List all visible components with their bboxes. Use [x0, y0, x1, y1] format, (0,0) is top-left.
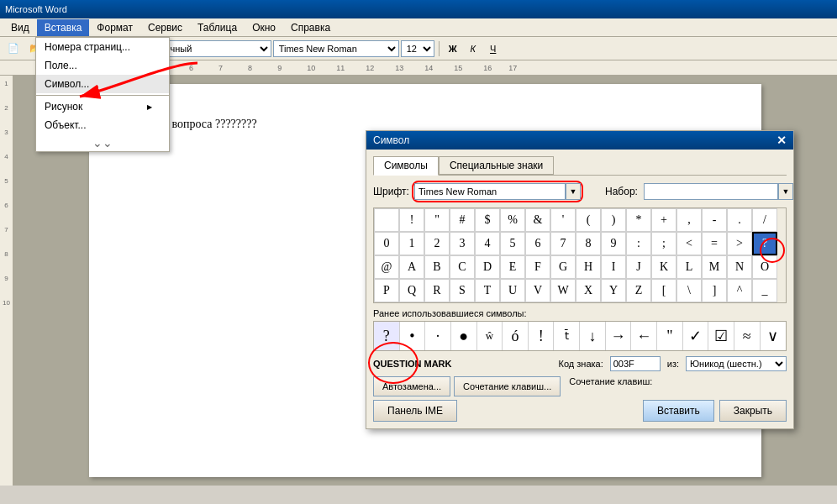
sym-L[interactable]: L [676, 255, 702, 279]
sym-gt[interactable]: > [727, 232, 752, 255]
sym-B[interactable]: B [424, 255, 450, 279]
sym-N[interactable]: N [727, 255, 752, 279]
sym-X[interactable]: X [576, 279, 601, 302]
sym-V[interactable]: V [525, 279, 550, 302]
auto-replace-btn[interactable]: Автозамена... [373, 376, 450, 396]
sym-K[interactable]: K [651, 255, 676, 279]
bold-btn[interactable]: Ж [444, 39, 462, 58]
menu-object[interactable]: Объект... [36, 116, 169, 134]
sym-caret[interactable]: ^ [727, 279, 752, 302]
sym-comma[interactable]: , [676, 208, 702, 232]
shortcut-set-btn[interactable]: Сочетание клавиш... [454, 376, 561, 396]
dialog-close-btn[interactable]: ✕ [776, 134, 787, 147]
recent-o-acute[interactable]: ó [503, 322, 529, 350]
sym-2[interactable]: 2 [424, 232, 450, 255]
sym-1[interactable]: 1 [399, 232, 424, 255]
font-input[interactable] [414, 183, 566, 200]
sym-rbracket[interactable]: ] [702, 279, 727, 302]
sym-H[interactable]: H [576, 255, 601, 279]
sym-eq[interactable]: = [702, 232, 727, 255]
sym-question[interactable]: ? [752, 232, 777, 255]
recent-wedge[interactable]: ∨ [761, 322, 786, 350]
recent-approx[interactable]: ≈ [734, 322, 761, 350]
sym-lt[interactable]: < [676, 232, 702, 255]
sym-Z[interactable]: Z [626, 279, 651, 302]
new-btn[interactable]: 📄 [3, 39, 24, 58]
menu-page-numbers[interactable]: Номера страниц... [36, 38, 169, 56]
sym-7[interactable]: 7 [550, 232, 576, 255]
sym-R[interactable]: R [424, 279, 450, 302]
sym-9[interactable]: 9 [601, 232, 626, 255]
recent-blackcircle[interactable]: ● [451, 322, 477, 350]
menu-vstavka[interactable]: Вставка [37, 19, 90, 36]
sym-at[interactable]: @ [374, 255, 399, 279]
iz-select[interactable]: Юникод (шестн.) [686, 356, 787, 371]
ime-panel-btn[interactable]: Панель IME [373, 400, 457, 422]
sym-M[interactable]: M [702, 255, 727, 279]
recent-dquot[interactable]: " [657, 322, 683, 350]
font-dropdown-btn[interactable]: ▼ [566, 183, 581, 200]
sym-lparen[interactable]: ( [576, 208, 601, 232]
recent-left-arrow[interactable]: ← [631, 322, 657, 350]
sym-T[interactable]: T [475, 279, 500, 302]
sym-slash[interactable]: / [752, 208, 777, 232]
sym-quot[interactable]: " [424, 208, 450, 232]
tab-special[interactable]: Специальные знаки [439, 156, 554, 175]
sym-A[interactable]: A [399, 255, 424, 279]
sym-underscore[interactable]: _ [752, 279, 777, 302]
sym-5[interactable]: 5 [500, 232, 525, 255]
sym-G[interactable]: G [550, 255, 576, 279]
sym-dot[interactable]: . [727, 208, 752, 232]
sym-Y[interactable]: Y [601, 279, 626, 302]
menu-pole[interactable]: Поле... [36, 56, 169, 75]
insert-btn[interactable]: Вставить [643, 400, 714, 422]
tab-symbols[interactable]: Символы [373, 156, 439, 176]
recent-down-arrow[interactable]: ↓ [580, 322, 606, 350]
recent-right-arrow[interactable]: → [606, 322, 632, 350]
size-select[interactable]: 12 [401, 40, 434, 57]
sym-hash[interactable]: # [450, 208, 475, 232]
menu-tablica[interactable]: Таблица [190, 19, 245, 36]
recent-t-bar[interactable]: t̄ [554, 322, 580, 350]
sym-8[interactable]: 8 [576, 232, 601, 255]
sym-lbracket[interactable]: [ [651, 279, 676, 302]
sym-percent[interactable]: % [500, 208, 525, 232]
sym-semi[interactable]: ; [651, 232, 676, 255]
underline-btn[interactable]: Ч [484, 39, 503, 58]
sym-S[interactable]: S [450, 279, 475, 302]
close-btn[interactable]: Закрыть [719, 400, 787, 422]
sym-0[interactable]: 0 [374, 232, 399, 255]
recent-checkbox[interactable]: ☑ [708, 322, 734, 350]
nabor-dropdown-btn[interactable]: ▼ [778, 183, 793, 200]
sym-W[interactable]: W [550, 279, 576, 302]
recent-middot[interactable]: · [425, 322, 451, 350]
sym-space[interactable] [374, 208, 399, 232]
sym-F[interactable]: F [525, 255, 550, 279]
recent-check[interactable]: ✓ [683, 322, 709, 350]
sym-4[interactable]: 4 [475, 232, 500, 255]
recent-bullet[interactable]: • [400, 322, 426, 350]
sym-P[interactable]: P [374, 279, 399, 302]
sym-minus[interactable]: - [702, 208, 727, 232]
font-select[interactable]: Times New Roman [273, 40, 399, 57]
menu-vid[interactable]: Вид [3, 19, 37, 36]
menu-spravka[interactable]: Справка [283, 19, 338, 36]
sym-O[interactable]: O [752, 255, 777, 279]
recent-w-circ[interactable]: ŵ [477, 322, 503, 350]
sym-star[interactable]: * [626, 208, 651, 232]
sym-colon[interactable]: : [626, 232, 651, 255]
sym-6[interactable]: 6 [525, 232, 550, 255]
menu-servis[interactable]: Сервис [140, 19, 190, 36]
sym-backslash[interactable]: \ [676, 279, 702, 302]
sym-C[interactable]: C [450, 255, 475, 279]
menu-format[interactable]: Формат [89, 19, 140, 36]
sym-dollar[interactable]: $ [475, 208, 500, 232]
kod-input[interactable] [610, 356, 661, 371]
nabor-input[interactable] [644, 183, 778, 200]
sym-3[interactable]: 3 [450, 232, 475, 255]
sym-E[interactable]: E [500, 255, 525, 279]
sym-amp[interactable]: & [525, 208, 550, 232]
menu-okno[interactable]: Окно [245, 19, 283, 36]
sym-plus[interactable]: + [651, 208, 676, 232]
sym-rparen[interactable]: ) [601, 208, 626, 232]
